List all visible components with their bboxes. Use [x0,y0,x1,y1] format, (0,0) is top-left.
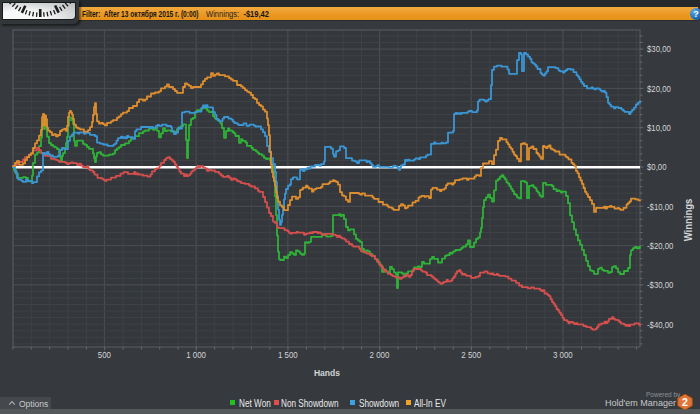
svg-text:2 500: 2 500 [461,351,481,360]
svg-text:$10,00: $10,00 [647,122,671,133]
svg-text:2: 2 [682,396,688,408]
svg-text:-$20,00: -$20,00 [647,240,674,251]
svg-text:-$40,00: -$40,00 [647,319,674,330]
svg-text:Winnings: Winnings [683,198,694,241]
svg-text:-$30,00: -$30,00 [647,280,674,291]
svg-text:500: 500 [98,351,112,360]
svg-text:3 000: 3 000 [553,351,573,360]
svg-text:$30,00: $30,00 [647,44,671,55]
svg-text:Hands: Hands [314,368,340,378]
svg-text:$0,00: $0,00 [647,162,667,173]
svg-text:1 500: 1 500 [278,351,298,360]
svg-text:2 000: 2 000 [370,351,390,360]
svg-text:1 000: 1 000 [186,351,206,360]
svg-text:-$10,00: -$10,00 [647,201,674,212]
svg-text:$20,00: $20,00 [647,83,671,94]
